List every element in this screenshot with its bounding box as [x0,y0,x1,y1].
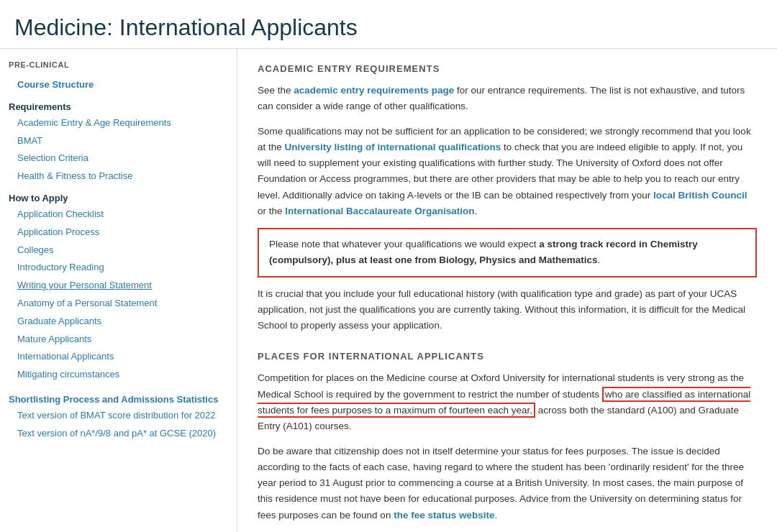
sidebar-item-academic-entry[interactable]: Academic Entry & Age Requirements [9,114,228,132]
para-1: See the academic entry requirements page… [258,83,757,115]
sidebar-item-mature-applicants[interactable]: Mature Applicants [9,331,228,349]
sidebar-item-graduate-applicants[interactable]: Graduate Applicants [9,313,228,331]
sidebar: PRE-CLINICAL Course Structure Requiremen… [0,49,237,532]
sidebar-item-writing-personal-statement[interactable]: Writing your Personal Statement [9,277,228,295]
sidebar-requirements-header: Requirements [9,101,228,112]
sidebar-item-bmat[interactable]: BMAT [9,132,228,150]
sidebar-item-colleges[interactable]: Colleges [9,242,228,260]
sidebar-item-bmat-distribution[interactable]: Text version of BMAT score distribution … [9,407,228,425]
sidebar-item-international-applicants[interactable]: International Applicants [9,348,228,366]
sidebar-item-anatomy-personal-statement[interactable]: Anatomy of a Personal Statement [9,295,228,313]
sidebar-item-introductory-reading[interactable]: Introductory Reading [9,259,228,277]
highlight-chemistry-box: Please note that whatever your qualifica… [258,228,757,278]
para-3: It is crucial that you include your full… [258,286,757,334]
sidebar-shortlisting-header: Shortlisting Process and Admissions Stat… [9,394,228,405]
para-4: Competition for places on the Medicine c… [258,370,757,434]
sidebar-item-na-gcse[interactable]: Text version of nA*/9/8 and pA* at GCSE … [9,425,228,443]
sidebar-item-application-process[interactable]: Application Process [9,224,228,242]
local-british-council-link[interactable]: local British Council [653,190,748,201]
sidebar-item-application-checklist[interactable]: Application Checklist [9,206,228,224]
sidebar-item-selection-criteria[interactable]: Selection Criteria [9,150,228,168]
academic-entry-link[interactable]: academic entry requirements page [294,85,454,96]
sidebar-how-to-apply-header: How to Apply [9,193,228,203]
academic-entry-heading: ACADEMIC ENTRY REQUIREMENTS [258,63,757,74]
para-2: Some qualifications may not be sufficien… [258,124,757,220]
sidebar-item-health-fitness[interactable]: Health & Fitness to Practise [9,168,228,185]
page-title: Medicine: International Applicants [0,0,777,49]
sidebar-item-course-structure[interactable]: Course Structure [9,76,228,94]
fee-status-link[interactable]: the fee status website [394,510,494,520]
ib-org-link[interactable]: International Baccalaureate Organisation [285,206,474,216]
sidebar-preclinical-header: PRE-CLINICAL [9,60,228,69]
places-heading: PLACES FOR INTERNATIONAL APPLICANTS [258,351,757,362]
highlight-international-students: who are classified as international stud… [258,387,750,418]
para-5: Do be aware that citizenship does not in… [258,444,757,523]
highlight-chemistry-text: a strong track record in Chemistry (comp… [269,239,698,265]
main-content: ACADEMIC ENTRY REQUIREMENTS See the acad… [237,49,777,532]
sidebar-item-mitigating-circumstances[interactable]: Mitigating circumstances [9,366,228,384]
uni-listing-link[interactable]: University listing of international qual… [285,142,501,152]
